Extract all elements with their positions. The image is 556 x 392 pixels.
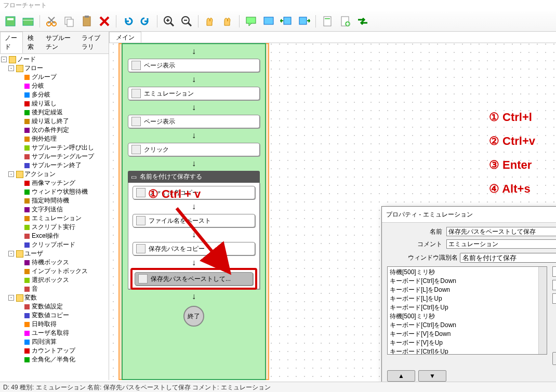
tree-item-0-3[interactable]: 繰り返し: [0, 99, 109, 108]
tree-item-0-1[interactable]: 分岐: [0, 82, 109, 90]
move-down-button[interactable]: ▼: [418, 370, 446, 382]
hand-a-button[interactable]: [202, 13, 218, 30]
mouse-button-select[interactable]: 左ボタン: [552, 280, 556, 290]
zoom-in-button[interactable]: [161, 13, 177, 30]
cut-button[interactable]: [43, 13, 60, 30]
tree-icon: [23, 356, 31, 363]
tree-item-3-6[interactable]: 全角化／半角化: [0, 355, 109, 364]
action-item-7[interactable]: キーボード[V]をDown: [389, 330, 546, 339]
flow-node-0[interactable]: ページ表示: [128, 59, 260, 72]
comment-button[interactable]: [243, 13, 259, 30]
tree-item-0-10[interactable]: サブルーチン終了: [0, 161, 109, 170]
tree-item-0-7[interactable]: 例外処理: [0, 134, 109, 143]
tree-item-0-8[interactable]: サブルーチン呼び出し: [0, 143, 109, 152]
action-select[interactable]: Down: [552, 293, 556, 304]
group-node-3[interactable]: 保存先パスをペーストして...: [135, 272, 253, 286]
redo-button[interactable]: [137, 13, 154, 30]
tree-group-1[interactable]: -アクション: [0, 170, 109, 179]
doc-a-button[interactable]: [319, 13, 336, 30]
tree-item-0-9[interactable]: サブルーチングループ: [0, 152, 109, 161]
action-item-9[interactable]: キーボード[Ctrl]をUp: [389, 347, 546, 355]
open-button[interactable]: [20, 13, 36, 30]
canvas-tab-main[interactable]: メイン: [109, 32, 141, 43]
hand-b-button[interactable]: [219, 13, 236, 30]
winid-select[interactable]: 名前を付けて保存: [460, 253, 556, 263]
tree-item-1-4[interactable]: エミュレーション: [0, 214, 109, 223]
img-a-button[interactable]: [260, 13, 277, 30]
swap-button[interactable]: [354, 13, 371, 30]
tree-group-3[interactable]: -変数: [0, 293, 109, 302]
tree-item-1-3[interactable]: 文字列送信: [0, 205, 109, 214]
svg-rect-17: [264, 17, 273, 24]
action-item-6[interactable]: キーボード[Ctrl]をDown: [389, 321, 546, 330]
tree-group-0[interactable]: -フロー: [0, 64, 109, 73]
tree-item-3-0[interactable]: 変数値設定: [0, 302, 109, 311]
svg-rect-0: [6, 17, 15, 26]
status-bar: D: 49 種別: エミュレーション 名前: 保存先パスをペーストして保存 コメ…: [0, 382, 556, 392]
tree-group-2[interactable]: -ユーザ: [0, 249, 109, 258]
canvas[interactable]: メイン ページ表示エミュレーションページ表示クリック▭名前を付けて保存するファイ…: [109, 32, 556, 380]
tree-item-2-0[interactable]: 待機ボックス: [0, 258, 109, 267]
tree-item-1-7[interactable]: クリップボード: [0, 240, 109, 249]
action-list[interactable]: 待機[500]ミリ秒キーボード[Ctrl]をDownキーボード[L]をDownキ…: [387, 266, 547, 355]
sidebar-tab-0[interactable]: ノード: [0, 32, 23, 53]
doc-plus-button[interactable]: [337, 13, 353, 30]
tree-icon: [23, 127, 31, 134]
zoom-out-button[interactable]: [178, 13, 195, 30]
sidebar-tab-2[interactable]: サブルーチン: [41, 32, 77, 53]
sidebar-tab-3[interactable]: ライブラリ: [77, 32, 109, 53]
name-input[interactable]: [446, 227, 556, 236]
group-header[interactable]: ▭名前を付けて保存する: [128, 171, 260, 183]
tree-item-3-1[interactable]: 変数値コピー: [0, 311, 109, 320]
action-item-3[interactable]: キーボード[L]をUp: [389, 294, 546, 303]
tree-item-3-4[interactable]: 四則演算: [0, 337, 109, 346]
move-up-button[interactable]: ▲: [387, 370, 415, 382]
tree-item-0-6[interactable]: 次の条件判定: [0, 126, 109, 134]
tree-item-1-0[interactable]: 画像マッチング: [0, 179, 109, 187]
copy-button[interactable]: [61, 13, 77, 30]
sidebar-tab-1[interactable]: 検索: [23, 32, 41, 53]
group-node-1[interactable]: ファイル名をペースト: [133, 214, 255, 227]
node-tree[interactable]: -ノード-フローグループ分岐多分岐繰り返し後判定繰返繰り返し終了次の条件判定例外…: [0, 54, 109, 380]
undo-button[interactable]: [120, 13, 136, 30]
action-item-0[interactable]: 待機[500]ミリ秒: [389, 268, 546, 277]
svg-rect-37: [24, 198, 30, 204]
scrollbar[interactable]: [538, 267, 547, 354]
tree-item-0-4[interactable]: 後判定繰返: [0, 108, 109, 117]
new-button[interactable]: [2, 13, 19, 30]
tree-item-0-2[interactable]: 多分岐: [0, 90, 109, 99]
paste-button[interactable]: [78, 13, 95, 30]
tree-item-2-1[interactable]: インプットボックス: [0, 267, 109, 276]
comment-input[interactable]: [446, 239, 556, 249]
add-button[interactable]: 追加: [552, 352, 556, 365]
action-item-5[interactable]: 待機[500]ミリ秒: [389, 312, 546, 321]
tree-item-2-3[interactable]: 音: [0, 285, 109, 293]
device-select[interactable]: マウス: [552, 266, 556, 277]
action-item-4[interactable]: キーボード[Ctrl]をUp: [389, 303, 546, 312]
tree-item-2-2[interactable]: 選択ボックス: [0, 276, 109, 285]
img-left-button[interactable]: [278, 13, 295, 30]
tree-item-0-5[interactable]: 繰り返し終了: [0, 117, 109, 126]
action-item-1[interactable]: キーボード[Ctrl]をDown: [389, 277, 546, 286]
flow-node-3[interactable]: クリック: [128, 143, 260, 156]
tree-icon: [23, 241, 31, 249]
action-item-2[interactable]: キーボード[L]をDown: [389, 286, 546, 294]
flow-end[interactable]: 終了: [183, 306, 204, 327]
tree-item-3-2[interactable]: 日時取得: [0, 320, 109, 329]
tree-item-0-0[interactable]: グループ: [0, 73, 109, 82]
group-node-0[interactable]: ファイル名コピー: [133, 186, 255, 199]
tree-item-3-5[interactable]: カウントアップ: [0, 346, 109, 355]
group-node-2[interactable]: 保存先パスをコピー: [133, 242, 255, 255]
tree-label: 文字列送信: [32, 205, 63, 214]
tree-root[interactable]: -ノード: [0, 55, 109, 64]
flow-node-1[interactable]: エミュレーション: [128, 87, 260, 100]
tree-item-3-3[interactable]: ユーザ名取得: [0, 329, 109, 337]
tree-item-1-6[interactable]: Excel操作: [0, 232, 109, 240]
delete-button[interactable]: [96, 13, 113, 30]
tree-item-1-1[interactable]: ウィンドウ状態待機: [0, 187, 109, 196]
flow-node-2[interactable]: ページ表示: [128, 115, 260, 128]
action-item-8[interactable]: キーボード[V]をUp: [389, 339, 546, 347]
img-right-button[interactable]: [296, 13, 312, 30]
tree-item-1-2[interactable]: 指定時間待機: [0, 196, 109, 205]
tree-item-1-5[interactable]: スクリプト実行: [0, 223, 109, 232]
